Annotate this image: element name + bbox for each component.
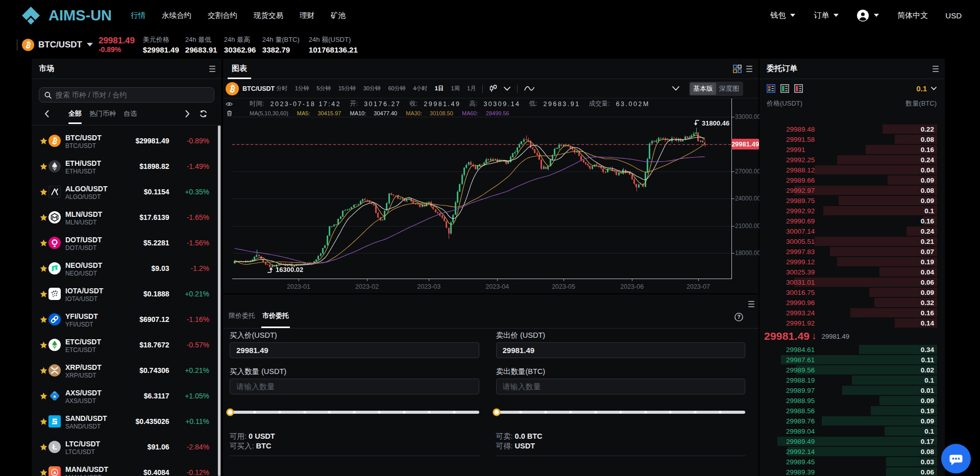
market-tab-1[interactable]: 热门币种: [89, 103, 116, 125]
bid-row[interactable]: 29992.140.08: [760, 446, 945, 457]
favorite-star-icon[interactable]: [40, 290, 47, 298]
nav-item-3[interactable]: 现货交易: [254, 11, 283, 20]
ask-row[interactable]: 30031.010.06: [760, 277, 945, 287]
trade-tab-0[interactable]: 限价委托: [229, 311, 255, 328]
coin-row-axs[interactable]: AXS/USDTAXS/USDT$6.3117+1.05%: [32, 383, 222, 409]
timeframe-60分钟[interactable]: 60分钟: [388, 85, 405, 92]
coin-row-btc[interactable]: BTC/USDTBTC/USDT$29981.49-0.89%: [32, 128, 222, 154]
timeframe-分时[interactable]: 分时: [276, 85, 287, 92]
timeframe-30分钟[interactable]: 30分钟: [363, 85, 381, 92]
timeframe-1分钟[interactable]: 1分钟: [295, 85, 309, 92]
ask-row[interactable]: 29992.250.24: [760, 155, 945, 165]
favorite-star-icon[interactable]: [40, 367, 47, 374]
favorite-star-icon[interactable]: [40, 418, 47, 425]
coin-row-iota[interactable]: IOTA/USDTIOTA/USDT$0.1888+0.21%: [32, 281, 222, 307]
chart-menu-icon[interactable]: [746, 65, 752, 72]
nav-item-1[interactable]: 永续合约: [162, 11, 191, 20]
ask-row[interactable]: 29992.920.1: [760, 206, 945, 216]
sell-price-input[interactable]: [496, 342, 746, 358]
trade-menu-icon[interactable]: [748, 300, 754, 308]
market-scrollbar[interactable]: [217, 126, 221, 476]
coin-row-yfi[interactable]: YFI/USDTYFI/USDT$6907.12-1.16%: [32, 307, 222, 332]
favorite-star-icon[interactable]: [40, 341, 47, 349]
coin-row-sand[interactable]: SAND/USDTSAND/USDT$0.435026+0.11%: [32, 409, 222, 434]
ask-row[interactable]: 30007.140.24: [760, 226, 945, 236]
favorite-star-icon[interactable]: [40, 392, 47, 400]
ask-row[interactable]: 30005.510.21: [760, 236, 945, 246]
ask-row[interactable]: 299910.16: [760, 144, 945, 155]
precision-dropdown[interactable]: 0.1: [916, 84, 937, 93]
coin-row-mln[interactable]: MLN/USDTMLN/USDT$17.6139-1.65%: [32, 205, 222, 230]
ask-row[interactable]: 29993.240.16: [760, 308, 945, 318]
language-selector[interactable]: 简体中文: [897, 11, 928, 20]
coin-row-algo[interactable]: ALGO/USDTALGO/USDT$0.1154+0.35%: [32, 179, 222, 205]
bid-row[interactable]: 29988.190.1: [760, 375, 945, 385]
ask-row[interactable]: 29991.920.14: [760, 318, 945, 328]
favorite-star-icon[interactable]: [40, 239, 47, 247]
coin-row-etc[interactable]: ETC/USDTETC/USDT$18.7672-0.57%: [32, 332, 222, 358]
favorite-star-icon[interactable]: [40, 443, 47, 451]
brand-logo[interactable]: AIMS-UN: [21, 6, 112, 25]
orderbook-menu-icon[interactable]: [933, 65, 939, 72]
favorite-star-icon[interactable]: [40, 188, 47, 196]
chart-view-0[interactable]: 基本版: [690, 83, 716, 95]
view-both-icon[interactable]: [767, 84, 775, 93]
favorite-star-icon[interactable]: [40, 214, 47, 221]
sell-slider-handle[interactable]: [493, 408, 500, 416]
timeframe-1日[interactable]: 1日: [435, 85, 444, 92]
coin-row-neo[interactable]: NEO/USDTNEO/USDT$9.03-1.2%: [32, 256, 222, 281]
favorite-star-icon[interactable]: [40, 316, 47, 323]
chat-support-button[interactable]: [941, 444, 971, 473]
market-search[interactable]: [39, 87, 214, 103]
bid-row[interactable]: 29988.950.09: [760, 395, 945, 406]
bid-row[interactable]: 29988.560.19: [760, 406, 945, 416]
coin-row-xrp[interactable]: XRP/USDTXRP/USDT$0.74306+0.21%: [32, 358, 222, 383]
ask-row[interactable]: 29989.480.22: [760, 124, 945, 134]
timeframe-1周[interactable]: 1周: [451, 85, 459, 92]
account-dropdown[interactable]: [857, 10, 879, 21]
favorite-star-icon[interactable]: [40, 265, 47, 272]
favorite-star-icon[interactable]: [40, 469, 47, 476]
bid-row[interactable]: 29989.450.03: [760, 457, 945, 467]
bid-row[interactable]: 29989.040.1: [760, 426, 945, 436]
buy-price-input[interactable]: [230, 342, 479, 358]
market-menu-icon[interactable]: [209, 65, 215, 72]
kline-chart[interactable]: [232, 98, 731, 279]
orders-dropdown[interactable]: 订单: [814, 11, 839, 20]
refresh-icon[interactable]: [199, 110, 208, 118]
trade-tab-1[interactable]: 市价委托: [262, 311, 289, 328]
collapse-caret-icon[interactable]: [672, 86, 679, 91]
currency-selector[interactable]: USD: [945, 11, 962, 20]
ask-row[interactable]: 29990.960.32: [760, 297, 945, 308]
ask-row[interactable]: 29999.120.19: [760, 257, 945, 267]
ask-row[interactable]: 29989.660.09: [760, 175, 945, 185]
trash-icon[interactable]: [226, 110, 233, 116]
bid-row[interactable]: 29989.970.01: [760, 385, 945, 395]
ask-row[interactable]: 29991.580.08: [760, 134, 945, 144]
ask-row[interactable]: 29989.750.09: [760, 195, 945, 206]
ask-row[interactable]: 30025.390.04: [760, 267, 945, 277]
favorite-star-icon[interactable]: [40, 163, 47, 170]
indicator-wave-icon[interactable]: [524, 86, 534, 91]
timeframe-4小时[interactable]: 4小时: [413, 85, 427, 92]
buy-qty-input[interactable]: [230, 379, 479, 394]
bid-row[interactable]: 29989.560.02: [760, 365, 945, 375]
ask-row[interactable]: 30016.750.09: [760, 287, 945, 297]
nav-item-5[interactable]: 矿池: [331, 11, 346, 20]
buy-amount-slider[interactable]: [230, 408, 479, 416]
bid-row[interactable]: 29987.610.11: [760, 355, 945, 365]
kline-canvas[interactable]: [232, 98, 731, 279]
bid-row[interactable]: 29989.760.09: [760, 416, 945, 426]
timeframe-5分钟[interactable]: 5分钟: [316, 85, 331, 92]
layout-grid-icon[interactable]: [733, 64, 742, 73]
tabs-scroll-left-icon[interactable]: [44, 110, 49, 117]
nav-item-4[interactable]: 理财: [300, 11, 314, 20]
bid-row[interactable]: 29989.490.17: [760, 436, 945, 446]
coin-row-eth[interactable]: ETH/USDTETH/USDT$1898.82-1.49%: [32, 154, 222, 179]
candle-style-caret-icon[interactable]: [504, 87, 510, 91]
coin-row-dot[interactable]: DOT/USDTDOT/USDT$5.2281-1.56%: [32, 230, 222, 256]
help-icon[interactable]: ?: [734, 313, 743, 321]
ask-row[interactable]: 29990.690.16: [760, 216, 945, 226]
chart-view-1[interactable]: 深度图: [716, 83, 742, 95]
timeframe-15分钟[interactable]: 15分钟: [338, 85, 356, 92]
